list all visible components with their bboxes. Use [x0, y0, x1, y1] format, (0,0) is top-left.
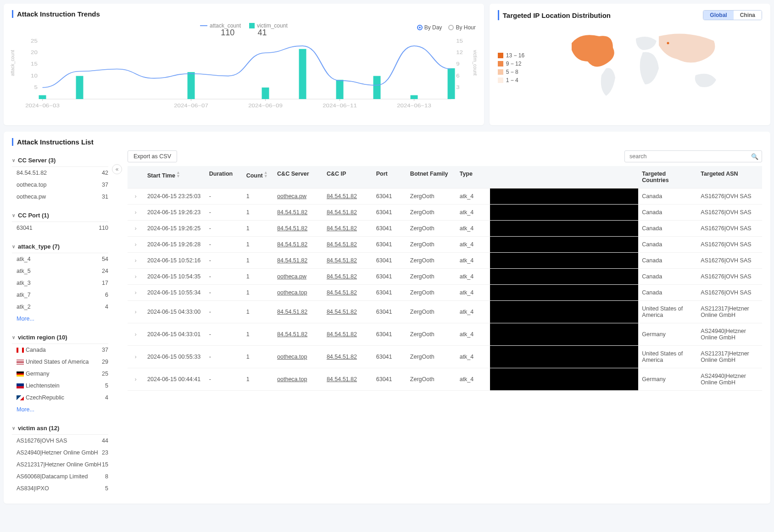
row-expand-button[interactable]: › [128, 368, 144, 391]
export-csv-button[interactable]: Export as CSV [128, 150, 177, 162]
col-targeted-asn[interactable]: Targeted ASN [697, 166, 762, 188]
cc-server-link[interactable]: 84.54.51.82 [277, 331, 307, 338]
table-row: › 2024-06-15 19:26:25 - 1 84.54.51.82 84… [128, 221, 762, 237]
facet-header[interactable]: ∨victim asn (12) [12, 422, 108, 435]
cc-ip-link[interactable]: 84.54.51.82 [327, 354, 357, 360]
cell-count: 1 [243, 188, 273, 205]
cc-server-link[interactable]: ootheca.top [277, 354, 307, 360]
facet-header[interactable]: ∨CC Server (3) [12, 154, 108, 167]
cell-duration: - [206, 301, 243, 323]
cc-ip-link[interactable]: 84.54.51.82 [327, 331, 357, 338]
facet-item[interactable]: AS16276|OVH SAS44 [12, 435, 108, 447]
legend-range-label: 1 − 4 [506, 77, 518, 83]
cc-ip-link[interactable]: 84.54.51.82 [327, 273, 357, 280]
row-expand-button[interactable]: › [128, 205, 144, 221]
cell-count: 1 [243, 237, 273, 253]
col-type[interactable]: Type [456, 166, 490, 188]
collapse-sidebar-button[interactable]: « [112, 164, 122, 174]
search-icon[interactable]: 🔍 [751, 153, 758, 160]
facet-item[interactable]: atk_454 [12, 253, 108, 265]
facet-more-link[interactable]: More... [12, 404, 108, 416]
facet-item[interactable]: 84.54.51.8242 [12, 167, 108, 179]
facet-victim_asn: ∨victim asn (12)AS16276|OVH SAS44AS24940… [12, 422, 108, 494]
row-expand-button[interactable]: › [128, 221, 144, 237]
row-expand-button[interactable]: › [128, 346, 144, 368]
col-start-time[interactable]: Start Time▲▼ [144, 166, 206, 188]
legend-range-label: 13 − 16 [506, 52, 524, 59]
map-scope-china[interactable]: China [734, 11, 762, 20]
cell-cc-server: 84.54.51.82 [273, 237, 323, 253]
row-expand-button[interactable]: › [128, 269, 144, 285]
col-duration[interactable]: Duration [206, 166, 243, 188]
cc-server-link[interactable]: ootheca.top [277, 376, 307, 382]
facet-item[interactable]: CzechRepublic4 [12, 392, 108, 404]
facet-item[interactable]: Canada37 [12, 344, 108, 356]
facet-item[interactable]: atk_317 [12, 277, 108, 289]
cc-server-link[interactable]: ootheca.pw [277, 193, 306, 200]
col-cc-ip[interactable]: C&C IP [323, 166, 373, 188]
search-input[interactable] [624, 150, 762, 162]
facet-header[interactable]: ∨attack_type (7) [12, 240, 108, 253]
facet-item[interactable]: Liechtenstein5 [12, 380, 108, 392]
cc-ip-link[interactable]: 84.54.51.82 [327, 193, 357, 200]
facet-item[interactable]: AS60068|Datacamp Limited8 [12, 471, 108, 482]
cc-ip-link[interactable]: 84.54.51.82 [327, 225, 357, 232]
by-hour-radio[interactable]: By Hour [448, 24, 475, 31]
cc-server-link[interactable]: ootheca.pw [277, 273, 306, 280]
cell-family: ZergOoth [406, 368, 456, 391]
col-port[interactable]: Port [373, 166, 406, 188]
row-expand-button[interactable]: › [128, 285, 144, 301]
cell-port: 63041 [373, 323, 406, 346]
cc-server-link[interactable]: 84.54.51.82 [277, 225, 307, 232]
facet-item[interactable]: atk_76 [12, 289, 108, 301]
facet-item[interactable]: AS834|IPXO5 [12, 482, 108, 494]
cc-server-link[interactable]: 84.54.51.82 [277, 241, 307, 248]
svg-text:2024−06−09: 2024−06−09 [248, 103, 283, 108]
cc-server-link[interactable]: 84.54.51.82 [277, 309, 307, 315]
cell-targeted-country: Canada [638, 221, 697, 237]
facet-header[interactable]: ∨victim region (10) [12, 331, 108, 344]
facet-item[interactable]: United States of America29 [12, 356, 108, 368]
cc-server-link[interactable]: ootheca.top [277, 289, 307, 296]
svg-text:3: 3 [456, 84, 460, 89]
facet-item[interactable]: 63041110 [12, 222, 108, 234]
cell-targeted-country: Canada [638, 205, 697, 221]
facet-item[interactable]: atk_24 [12, 301, 108, 313]
facet-item-count: 37 [102, 182, 108, 188]
map-legend: 13 − 169 − 125 − 81 − 4 [498, 52, 524, 85]
y-right-axis-label: victim_count [473, 50, 478, 76]
cc-server-link[interactable]: 84.54.51.82 [277, 257, 307, 264]
facet-item[interactable]: AS24940|Hetzner Online GmbH23 [12, 447, 108, 459]
cell-count: 1 [243, 323, 273, 346]
facet-item[interactable]: ootheca.top37 [12, 179, 108, 191]
facet-item[interactable]: Germany25 [12, 368, 108, 380]
facet-item[interactable]: ootheca.pw31 [12, 191, 108, 203]
by-day-radio[interactable]: By Day [417, 24, 442, 31]
cc-ip-link[interactable]: 84.54.51.82 [327, 257, 357, 264]
facet-more-link[interactable]: More... [12, 313, 108, 325]
map-scope-global[interactable]: Global [703, 11, 733, 20]
row-expand-button[interactable]: › [128, 253, 144, 269]
col-count[interactable]: Count▲▼ [243, 166, 273, 188]
cc-ip-link[interactable]: 84.54.51.82 [327, 376, 357, 382]
facet-item[interactable]: atk_524 [12, 265, 108, 277]
facet-header[interactable]: ∨CC Port (1) [12, 209, 108, 222]
col-cc-server[interactable]: C&C Server [273, 166, 323, 188]
cc-ip-link[interactable]: 84.54.51.82 [327, 309, 357, 315]
facet-item[interactable]: AS212317|Hetzner Online GmbH15 [12, 459, 108, 471]
cc-server-link[interactable]: 84.54.51.82 [277, 209, 307, 216]
col-targeted-countries[interactable]: Targeted Countries [638, 166, 697, 188]
cc-ip-link[interactable]: 84.54.51.82 [327, 241, 357, 248]
table-row: › 2024-06-15 19:26:28 - 1 84.54.51.82 84… [128, 237, 762, 253]
row-expand-button[interactable]: › [128, 188, 144, 205]
cc-ip-link[interactable]: 84.54.51.82 [327, 289, 357, 296]
row-expand-button[interactable]: › [128, 301, 144, 323]
total-victim-count: 41 [257, 28, 267, 38]
row-expand-button[interactable]: › [128, 323, 144, 346]
row-expand-button[interactable]: › [128, 237, 144, 253]
cc-ip-link[interactable]: 84.54.51.82 [327, 209, 357, 216]
cell-type: atk_4 [456, 368, 490, 391]
col-family[interactable]: Botnet Family [406, 166, 456, 188]
table-row: › 2024-06-15 23:25:03 - 1 ootheca.pw 84.… [128, 188, 762, 205]
legend-line-icon [200, 25, 207, 26]
